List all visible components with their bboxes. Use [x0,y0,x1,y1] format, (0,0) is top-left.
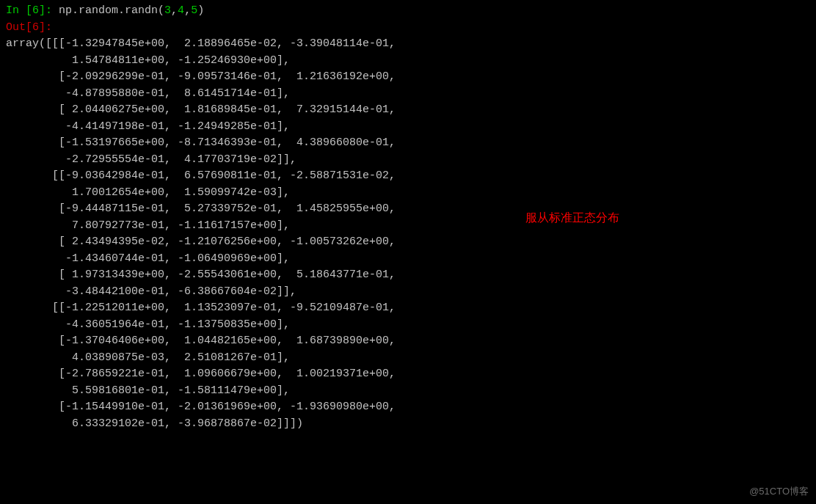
output-prompt-line: Out[6]: [6,20,810,37]
command-arg3: 5 [191,4,197,17]
command-sep1: , [171,4,178,17]
output-line: -4.87895880e-01, 8.61451714e-01], [6,86,810,103]
output-line: [-1.37046406e+00, 1.04482165e+00, 1.6873… [6,333,810,350]
output-line: 1.70012654e+00, 1.59099742e-03], [6,185,810,202]
output-line: array([[[-1.32947845e+00, 2.18896465e-02… [6,36,810,53]
output-line: [-1.15449910e-01, -2.01361969e+00, -1.93… [6,399,810,416]
in-prompt-number: 6 [32,4,39,17]
output-line: 7.80792773e-01, -1.11617157e+00], [6,218,810,235]
command-arg1: 3 [164,4,171,17]
in-prompt-label: In [ [6,4,32,17]
in-prompt-close: ]: [39,4,59,17]
output-line: -1.43460744e-01, -1.06490969e+00], [6,251,810,268]
output-line: [-2.78659221e-01, 1.09606679e+00, 1.0021… [6,366,810,383]
annotation-text: 服从标准正态分布 [525,209,619,227]
watermark-text: @51CTO博客 [749,484,809,499]
output-line: -4.36051964e-01, -1.13750835e+00], [6,317,810,334]
output-line: 1.54784811e+00, -1.25246930e+00], [6,53,810,70]
command-prefix: np.random.randn( [59,4,164,17]
command-sep2: , [184,4,191,17]
output-line: -4.41497198e-01, -1.24949285e-01], [6,119,810,136]
output-line: 5.59816801e-01, -1.58111479e+00], [6,383,810,400]
output-line: [ 2.43494395e-02, -1.21076256e+00, -1.00… [6,234,810,251]
output-line: -2.72955554e-01, 4.17703719e-02]], [6,152,810,169]
out-prompt-number: 6 [32,21,39,34]
output-line: [[-9.03642984e-01, 6.57690811e-01, -2.58… [6,168,810,185]
command-arg2: 4 [178,4,184,17]
output-line: [-9.44487115e-01, 5.27339752e-01, 1.4582… [6,201,810,218]
output-line: [ 1.97313439e+00, -2.55543061e+00, 5.186… [6,267,810,284]
output-line: -3.48442100e-01, -6.38667604e-02]], [6,284,810,301]
output-line: [ 2.04406275e+00, 1.81689845e-01, 7.3291… [6,102,810,119]
output-line: 4.03890875e-03, 2.51081267e-01], [6,350,810,367]
command-suffix: ) [197,4,204,17]
out-prompt-label: Out[ [6,21,32,34]
input-line: In [6]: np.random.randn(3,4,5) [6,3,810,20]
output-line: [-1.53197665e+00, -8.71346393e-01, 4.389… [6,135,810,152]
output-line: [-2.09296299e-01, -9.09573146e-01, 1.216… [6,69,810,86]
out-prompt-close: ]: [39,21,52,34]
output-line: [[-1.22512011e+00, 1.13523097e-01, -9.52… [6,300,810,317]
output-line: 6.33329102e-01, -3.96878867e-02]]]) [6,416,810,433]
